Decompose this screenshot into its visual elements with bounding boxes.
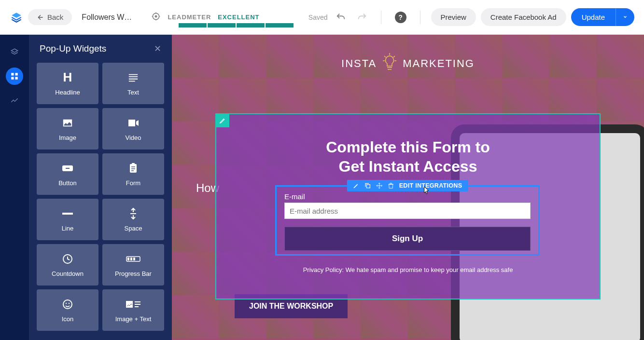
progress-icon	[126, 253, 140, 265]
preview-button[interactable]: Preview	[431, 8, 476, 26]
arrow-left-icon	[37, 14, 44, 21]
widget-grid: HHeadline Text Image Video Button Form L…	[29, 63, 172, 331]
widget-countdown[interactable]: Countdown	[37, 244, 98, 286]
widget-space[interactable]: Space	[102, 199, 164, 240]
svg-point-20	[69, 302, 70, 303]
form-widget[interactable]: EDIT INTEGRATIONS E-mail Sign Up	[275, 185, 540, 256]
email-field[interactable]	[284, 203, 531, 219]
leadmeter-rating: EXCELLENT	[218, 14, 259, 21]
svg-point-19	[66, 302, 67, 303]
pencil-icon	[353, 182, 360, 189]
left-rail	[0, 35, 29, 340]
leadmeter[interactable]: LEADMETER EXCELLENT	[151, 12, 259, 23]
widgets-icon	[10, 72, 19, 81]
toolbar-edit[interactable]	[353, 182, 360, 189]
svg-point-18	[63, 300, 72, 309]
form-icon	[128, 162, 138, 175]
rail-widgets[interactable]	[6, 68, 23, 85]
svg-rect-9	[66, 168, 70, 169]
update-group: Update	[571, 8, 634, 26]
widget-button[interactable]: Button	[37, 153, 98, 195]
svg-rect-3	[15, 73, 18, 75]
svg-rect-17	[133, 258, 135, 260]
pencil-icon	[219, 117, 226, 124]
popup-edit-handle[interactable]	[216, 114, 229, 127]
brand-left: INSTA	[341, 57, 377, 70]
svg-point-1	[155, 15, 157, 17]
back-label: Back	[47, 13, 63, 21]
help-button[interactable]: ?	[392, 9, 409, 26]
toolbar-duplicate[interactable]	[364, 182, 371, 189]
image-icon	[62, 117, 73, 129]
widget-icon[interactable]: Icon	[37, 289, 98, 331]
widget-headline[interactable]: HHeadline	[37, 63, 98, 104]
sidebar-header: Pop-Up Widgets ✕	[29, 35, 172, 63]
privacy-text: Privacy Policy: We hate spam and promise…	[303, 266, 513, 273]
svg-rect-5	[15, 77, 18, 80]
widget-image-text[interactable]: Image + Text	[102, 289, 164, 331]
signup-button[interactable]: Sign Up	[284, 227, 531, 251]
app-logo	[10, 11, 23, 24]
widget-line[interactable]: Line	[37, 199, 98, 240]
svg-rect-12	[62, 213, 73, 215]
email-label: E-mail	[284, 192, 531, 201]
popup-title[interactable]: Complete this Form to Get Instant Access	[249, 137, 567, 176]
toolbar-move[interactable]	[376, 182, 383, 189]
popup-title-line2: Get Instant Access	[249, 157, 567, 176]
headline-icon: H	[63, 71, 72, 84]
text-icon	[128, 71, 139, 84]
bulb-icon	[381, 52, 398, 75]
page-title[interactable]: Followers W…	[82, 13, 132, 22]
redo-button[interactable]	[354, 9, 370, 26]
top-bar: Back Followers W… LEADMETER EXCELLENT Sa…	[0, 0, 644, 35]
redo-icon	[357, 12, 367, 23]
brand-logo: INSTA MARKETING	[341, 52, 475, 75]
line-icon	[61, 207, 74, 220]
button-icon	[61, 162, 74, 175]
svg-rect-16	[130, 258, 132, 260]
svg-rect-22	[366, 185, 370, 188]
separator	[381, 11, 381, 24]
leadmeter-label: LEADMETER	[168, 14, 211, 21]
sidebar-title: Pop-Up Widgets	[40, 43, 106, 54]
saved-status: Saved	[308, 14, 328, 21]
update-dropdown[interactable]	[616, 8, 634, 26]
svg-rect-4	[11, 77, 14, 80]
widget-video[interactable]: Video	[102, 108, 164, 150]
copy-icon	[364, 182, 371, 189]
cursor-icon	[422, 186, 430, 196]
rail-layers[interactable]	[6, 43, 23, 61]
back-button[interactable]: Back	[28, 9, 72, 25]
widget-form[interactable]: Form	[102, 153, 164, 195]
rail-analytics[interactable]	[6, 92, 23, 109]
svg-rect-7	[128, 120, 135, 126]
clock-icon	[62, 253, 73, 265]
popup-content: Complete this Form to Get Instant Access	[216, 114, 600, 176]
move-icon	[376, 182, 383, 189]
help-icon: ?	[395, 12, 406, 23]
element-toolbar: EDIT INTEGRATIONS	[347, 180, 468, 191]
widget-progress[interactable]: Progress Bar	[102, 244, 164, 286]
space-icon	[128, 207, 138, 220]
widget-image[interactable]: Image	[37, 108, 98, 150]
sidebar-close[interactable]: ✕	[154, 43, 161, 54]
video-icon	[127, 117, 139, 129]
image-text-icon	[126, 298, 141, 311]
smile-icon	[62, 298, 73, 311]
main: Pop-Up Widgets ✕ HHeadline Text Image Vi…	[0, 35, 644, 340]
edit-integrations-button[interactable]: EDIT INTEGRATIONS	[399, 182, 462, 189]
svg-rect-15	[127, 258, 129, 260]
toolbar-delete[interactable]	[388, 182, 394, 189]
undo-button[interactable]	[333, 9, 349, 26]
svg-rect-11	[132, 163, 135, 165]
brand-right: MARKETING	[403, 57, 475, 70]
update-button[interactable]: Update	[571, 8, 616, 26]
target-icon	[151, 12, 161, 23]
widget-text[interactable]: Text	[102, 63, 164, 104]
canvas[interactable]: INSTA MARKETING How JOIN THE WORKSHOP Co…	[172, 35, 644, 340]
create-facebook-ad-button[interactable]: Create Facebook Ad	[481, 8, 566, 26]
trend-icon	[10, 96, 19, 105]
sidebar: Pop-Up Widgets ✕ HHeadline Text Image Vi…	[29, 35, 172, 340]
undo-icon	[336, 12, 346, 23]
layers-icon	[10, 48, 19, 56]
